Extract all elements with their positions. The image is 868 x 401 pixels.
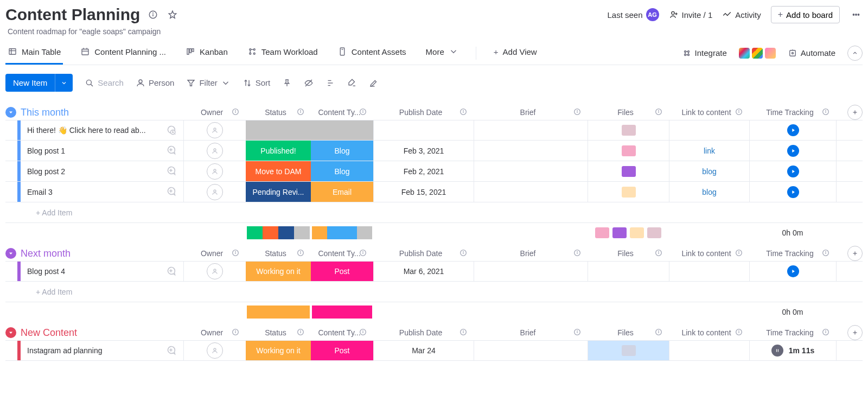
brief-cell[interactable] xyxy=(474,341,588,360)
column-content_type[interactable]: Content Ty... xyxy=(308,249,371,258)
info-icon[interactable] xyxy=(573,328,582,338)
item-name[interactable]: Blog post 4 xyxy=(27,267,165,276)
owner-avatar[interactable] xyxy=(207,263,223,279)
more-menu-icon[interactable] xyxy=(850,8,863,21)
files-cell[interactable] xyxy=(588,182,669,202)
info-icon[interactable] xyxy=(359,107,367,118)
status-cell[interactable]: Published! xyxy=(246,141,311,161)
height-icon[interactable] xyxy=(326,78,335,88)
info-icon[interactable] xyxy=(359,328,367,338)
add-to-board-button[interactable]: + Add to board xyxy=(771,6,840,23)
time-tracking-cell[interactable] xyxy=(749,120,836,140)
link-cell[interactable] xyxy=(669,341,749,360)
files-cell[interactable] xyxy=(588,141,669,161)
add-column-button[interactable] xyxy=(847,246,863,261)
conversation-icon[interactable]: 1 xyxy=(165,124,179,137)
group-title[interactable]: New Content xyxy=(21,327,181,339)
column-status[interactable]: Status xyxy=(243,249,308,258)
info-icon[interactable] xyxy=(146,8,159,21)
color-icon[interactable] xyxy=(347,78,357,88)
owner-avatar[interactable] xyxy=(207,184,223,200)
brief-cell[interactable] xyxy=(474,161,588,181)
files-cell[interactable] xyxy=(588,161,669,181)
add-conversation-icon[interactable] xyxy=(165,265,179,278)
edit-icon[interactable] xyxy=(369,78,379,88)
info-icon[interactable] xyxy=(654,107,663,118)
content-type-cell[interactable]: Post xyxy=(311,262,373,281)
play-icon[interactable] xyxy=(787,166,799,177)
publish-date-cell[interactable] xyxy=(373,120,474,140)
info-icon[interactable] xyxy=(296,249,305,259)
owner-avatar[interactable] xyxy=(207,122,223,138)
info-icon[interactable] xyxy=(231,328,240,338)
item-name[interactable]: Blog post 1 xyxy=(27,147,165,155)
info-icon[interactable] xyxy=(735,249,743,259)
tab-main-table[interactable]: Main Table xyxy=(5,41,63,65)
info-icon[interactable] xyxy=(459,249,468,259)
tab-team-workload[interactable]: Team Workload xyxy=(245,41,320,65)
column-files[interactable]: Files xyxy=(585,249,666,258)
add-conversation-icon[interactable] xyxy=(165,344,179,358)
info-icon[interactable] xyxy=(821,107,830,118)
column-publish_date[interactable]: Publish Date xyxy=(371,249,471,258)
pause-icon[interactable] xyxy=(771,345,783,357)
column-brief[interactable]: Brief xyxy=(471,108,585,117)
publish-date-cell[interactable]: Mar 6, 2021 xyxy=(373,262,474,281)
column-link[interactable]: Link to content xyxy=(666,328,746,337)
content-type-cell[interactable]: Post xyxy=(311,341,373,360)
time-tracking-cell[interactable]: 1m 11s xyxy=(749,341,836,360)
add-column-button[interactable] xyxy=(847,325,863,340)
group-collapse-toggle[interactable] xyxy=(5,327,16,338)
group-title[interactable]: This month xyxy=(21,107,181,118)
info-icon[interactable] xyxy=(573,249,582,259)
tab-content-planning-[interactable]: Content Planning ... xyxy=(78,41,168,65)
owner-avatar[interactable] xyxy=(207,143,223,159)
content-type-cell[interactable]: Blog xyxy=(311,141,373,161)
tab-kanban[interactable]: Kanban xyxy=(183,41,230,65)
column-publish_date[interactable]: Publish Date xyxy=(371,328,471,337)
status-cell[interactable]: Move to DAM xyxy=(246,161,311,181)
status-cell[interactable]: Pending Revi... xyxy=(246,182,311,202)
pin-icon[interactable] xyxy=(282,78,292,88)
link-cell[interactable]: link xyxy=(669,141,749,161)
column-time_tracking[interactable]: Time Tracking xyxy=(746,108,833,117)
new-item-button[interactable]: New Item xyxy=(5,74,55,92)
info-icon[interactable] xyxy=(735,107,743,118)
play-icon[interactable] xyxy=(787,186,799,198)
info-icon[interactable] xyxy=(231,249,240,259)
content-type-cell[interactable]: Blog xyxy=(311,161,373,181)
tab-content-assets[interactable]: Content Assets xyxy=(335,41,409,65)
files-cell[interactable] xyxy=(588,120,669,140)
invite-button[interactable]: Invite / 1 xyxy=(669,10,713,20)
sort-button[interactable]: Sort xyxy=(242,78,271,88)
owner-avatar[interactable] xyxy=(207,342,223,359)
link-cell[interactable] xyxy=(669,262,749,281)
column-content_type[interactable]: Content Ty... xyxy=(308,328,371,337)
info-icon[interactable] xyxy=(821,328,830,338)
collapse-icon[interactable] xyxy=(847,46,863,61)
info-icon[interactable] xyxy=(459,328,468,338)
column-brief[interactable]: Brief xyxy=(471,249,585,258)
last-seen[interactable]: Last seen AG xyxy=(607,8,659,21)
time-tracking-cell[interactable] xyxy=(749,161,836,181)
column-time_tracking[interactable]: Time Tracking xyxy=(746,249,833,258)
info-icon[interactable] xyxy=(296,328,305,338)
group-collapse-toggle[interactable] xyxy=(5,248,16,259)
item-name[interactable]: Instagram ad planning xyxy=(27,346,165,355)
add-view-button[interactable]: +Add View xyxy=(492,42,539,65)
column-files[interactable]: Files xyxy=(585,108,666,117)
hide-icon[interactable] xyxy=(304,78,314,88)
publish-date-cell[interactable]: Feb 3, 2021 xyxy=(373,141,474,161)
column-owner[interactable]: Owner xyxy=(181,108,243,117)
add-item-input[interactable]: + Add Item xyxy=(21,208,183,217)
info-icon[interactable] xyxy=(296,107,305,118)
column-content_type[interactable]: Content Ty... xyxy=(308,108,371,117)
info-icon[interactable] xyxy=(821,249,830,259)
status-cell[interactable] xyxy=(246,120,311,140)
person-filter[interactable]: Person xyxy=(136,78,175,88)
add-column-button[interactable] xyxy=(847,105,863,120)
info-icon[interactable] xyxy=(735,328,743,338)
group-title[interactable]: Next month xyxy=(21,248,181,259)
time-tracking-cell[interactable] xyxy=(749,262,836,281)
activity-button[interactable]: Activity xyxy=(722,10,761,20)
